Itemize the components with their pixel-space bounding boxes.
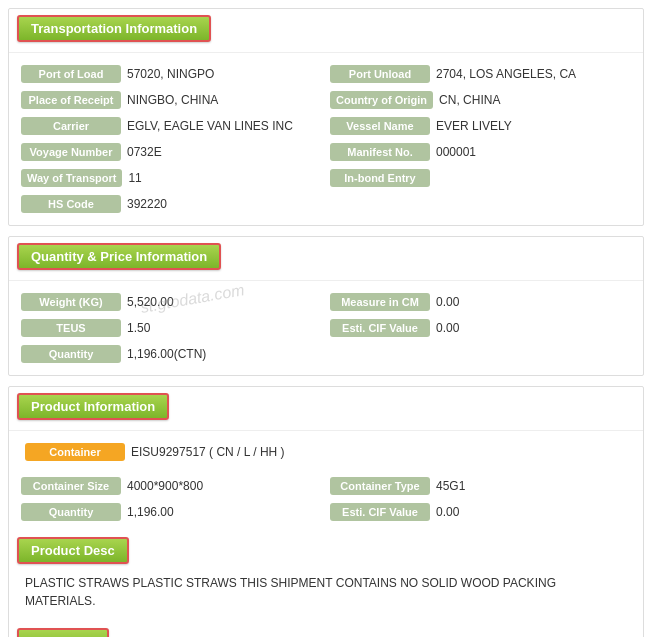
value-carrier: EGLV, EAGLE VAN LINES INC	[127, 119, 293, 133]
product-section: Product Information Container EISU929751…	[8, 386, 644, 637]
transportation-section: Transportation Information Port of Load …	[8, 8, 644, 226]
label-quantity-prod: Quantity	[21, 503, 121, 521]
field-empty-right	[326, 191, 635, 217]
label-container-type: Container Type	[330, 477, 430, 495]
field-vessel-name: Vessel Name EVER LIVELY	[326, 113, 635, 139]
field-container: Container EISU9297517 ( CN / L / HH )	[21, 439, 631, 465]
field-container-size: Container Size 4000*900*800	[17, 473, 326, 499]
field-carrier: Carrier EGLV, EAGLE VAN LINES INC	[17, 113, 326, 139]
label-way-of-transport: Way of Transport	[21, 169, 122, 187]
field-container-type: Container Type 45G1	[326, 473, 635, 499]
field-port-of-load: Port of Load 57020, NINGPO	[17, 61, 326, 87]
value-quantity-qty: 1,196.00(CTN)	[127, 347, 206, 361]
field-port-unload: Port Unload 2704, LOS ANGELES, CA	[326, 61, 635, 87]
label-quantity-qty: Quantity	[21, 345, 121, 363]
field-manifest-no: Manifest No. 000001	[326, 139, 635, 165]
value-country-of-origin: CN, CHINA	[439, 93, 500, 107]
label-esti-cif-prod: Esti. CIF Value	[330, 503, 430, 521]
label-port-unload: Port Unload	[330, 65, 430, 83]
value-place-of-receipt: NINGBO, CHINA	[127, 93, 218, 107]
field-measure-in-cm: Measure in CM 0.00	[326, 289, 635, 315]
marks-section: Marks and THE SAME THE SAME THE SAME	[9, 624, 643, 637]
label-esti-cif-qty: Esti. CIF Value	[330, 319, 430, 337]
value-weight: 5,520.00	[127, 295, 174, 309]
product-desc-text: PLASTIC STRAWS PLASTIC STRAWS THIS SHIPM…	[17, 568, 635, 616]
field-quantity-qty: Quantity 1,196.00(CTN)	[17, 341, 326, 367]
label-country-of-origin: Country of Origin	[330, 91, 433, 109]
value-container-type: 45G1	[436, 479, 465, 493]
label-port-of-load: Port of Load	[21, 65, 121, 83]
value-voyage-number: 0732E	[127, 145, 162, 159]
value-vessel-name: EVER LIVELY	[436, 119, 512, 133]
value-container-size: 4000*900*800	[127, 479, 203, 493]
value-port-of-load: 57020, NINGPO	[127, 67, 214, 81]
value-container: EISU9297517 ( CN / L / HH )	[131, 445, 285, 459]
value-way-of-transport: 11	[128, 171, 141, 185]
transportation-header: Transportation Information	[17, 15, 211, 42]
value-manifest-no: 000001	[436, 145, 476, 159]
field-empty-qty-right	[326, 341, 635, 367]
field-quantity-prod: Quantity 1,196.00	[17, 499, 326, 525]
field-hs-code: HS Code 392220	[17, 191, 326, 217]
value-esti-cif-prod: 0.00	[436, 505, 459, 519]
label-weight: Weight (KG)	[21, 293, 121, 311]
value-measure-in-cm: 0.00	[436, 295, 459, 309]
value-port-unload: 2704, LOS ANGELES, CA	[436, 67, 576, 81]
product-desc-header: Product Desc	[17, 537, 129, 564]
product-header: Product Information	[17, 393, 169, 420]
field-in-bond-entry: In-bond Entry	[326, 165, 635, 191]
label-place-of-receipt: Place of Receipt	[21, 91, 121, 109]
field-way-of-transport: Way of Transport 11	[17, 165, 326, 191]
label-teus: TEUS	[21, 319, 121, 337]
field-voyage-number: Voyage Number 0732E	[17, 139, 326, 165]
value-esti-cif-qty: 0.00	[436, 321, 459, 335]
field-country-of-origin: Country of Origin CN, CHINA	[326, 87, 635, 113]
product-desc-section: Product Desc PLASTIC STRAWS PLASTIC STRA…	[9, 533, 643, 624]
field-weight: Weight (KG) 5,520.00	[17, 289, 326, 315]
value-teus: 1.50	[127, 321, 150, 335]
quantity-section: Quantity & Price Information Weight (KG)…	[8, 236, 644, 376]
value-hs-code: 392220	[127, 197, 167, 211]
marks-header: Marks and	[17, 628, 109, 637]
label-voyage-number: Voyage Number	[21, 143, 121, 161]
label-vessel-name: Vessel Name	[330, 117, 430, 135]
label-container-size: Container Size	[21, 477, 121, 495]
label-manifest-no: Manifest No.	[330, 143, 430, 161]
field-esti-cif-value-qty: Esti. CIF Value 0.00	[326, 315, 635, 341]
label-measure-in-cm: Measure in CM	[330, 293, 430, 311]
label-container: Container	[25, 443, 125, 461]
value-quantity-prod: 1,196.00	[127, 505, 174, 519]
label-hs-code: HS Code	[21, 195, 121, 213]
field-place-of-receipt: Place of Receipt NINGBO, CHINA	[17, 87, 326, 113]
field-teus: TEUS 1.50	[17, 315, 326, 341]
label-carrier: Carrier	[21, 117, 121, 135]
quantity-header: Quantity & Price Information	[17, 243, 221, 270]
field-esti-cif-prod: Esti. CIF Value 0.00	[326, 499, 635, 525]
label-in-bond-entry: In-bond Entry	[330, 169, 430, 187]
